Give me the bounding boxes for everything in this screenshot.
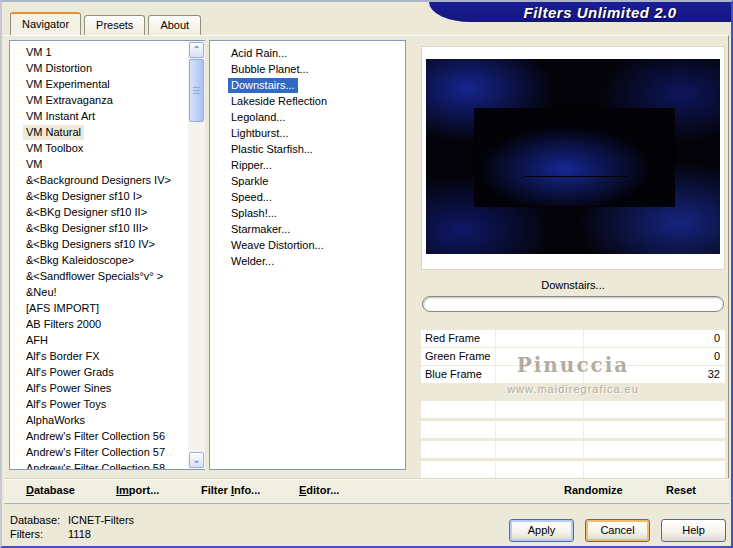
list-item-label: Alf's Border FX (23, 349, 103, 364)
list-item[interactable]: VM 1 (10, 44, 186, 60)
list-item-label: VM Extravaganza (23, 93, 116, 108)
list-item[interactable]: Alf's Power Grads (10, 364, 186, 380)
list-item-label: &Neu! (23, 285, 60, 300)
filter-listbox[interactable]: Acid Rain...Bubble Planet...Downstairs..… (209, 40, 406, 470)
list-item[interactable]: &<Bkg Kaleidoscope> (10, 252, 186, 268)
list-item[interactable]: VM (10, 156, 186, 172)
filter-info-button[interactable]: Filter Info... (201, 484, 260, 496)
list-item[interactable]: Alf's Power Sines (10, 380, 186, 396)
list-item[interactable]: Sparkle (210, 173, 403, 189)
list-item[interactable]: Welder... (210, 253, 403, 269)
list-item[interactable]: VM Distortion (10, 60, 186, 76)
list-item[interactable]: &<Sandflower Specials°v° > (10, 268, 186, 284)
list-item[interactable]: &<BKg Designer sf10 II> (10, 204, 186, 220)
parameter-label: Blue Frame (425, 366, 482, 383)
list-item-label: &<Bkg Designers sf10 IV> (23, 237, 158, 252)
tab-navigator[interactable]: Navigator (10, 12, 81, 35)
parameter-row-empty (421, 441, 725, 458)
category-listbox[interactable]: VM 1VM DistortionVM ExperimentalVM Extra… (9, 40, 205, 470)
list-item[interactable]: [AFS IMPORT] (10, 300, 186, 316)
reset-button[interactable]: Reset (666, 484, 696, 496)
list-item[interactable]: Weave Distortion... (210, 237, 403, 253)
list-item[interactable]: VM Natural (10, 124, 186, 140)
scroll-down-icon[interactable]: ⌄ (189, 452, 204, 468)
list-item[interactable]: Acid Rain... (210, 45, 403, 61)
list-item[interactable]: Andrew's Filter Collection 57 (10, 444, 186, 460)
list-item[interactable]: VM Experimental (10, 76, 186, 92)
cancel-button[interactable]: Cancel (585, 519, 650, 542)
list-item-label: Acid Rain... (228, 46, 290, 61)
randomize-button[interactable]: Randomize (564, 484, 623, 496)
list-item[interactable]: VM Instant Art (10, 108, 186, 124)
list-item[interactable]: &<Bkg Designers sf10 IV> (10, 236, 186, 252)
preview-image (426, 59, 720, 254)
parameter-value: 0 (714, 348, 720, 365)
editor-button[interactable]: Editor... (299, 484, 339, 496)
list-item-label: Lightburst... (228, 126, 291, 141)
list-item[interactable]: VM Toolbox (10, 140, 186, 156)
list-item-label: Bubble Planet... (228, 62, 312, 77)
list-item[interactable]: Plastic Starfish... (210, 141, 403, 157)
status-database-row: Database: ICNET-Filters (10, 513, 134, 527)
list-item[interactable]: Alf's Border FX (10, 348, 186, 364)
list-item[interactable]: AlphaWorks (10, 412, 186, 428)
list-item[interactable]: &Neu! (10, 284, 186, 300)
list-item[interactable]: Lightburst... (210, 125, 403, 141)
list-item[interactable]: Splash!... (210, 205, 403, 221)
list-item-label: Andrew's Filter Collection 58 (23, 461, 168, 470)
list-item-label: Welder... (228, 254, 277, 269)
parameter-row[interactable]: Red Frame 0 (421, 330, 725, 347)
list-item-label: AFH (23, 333, 51, 348)
parameter-value: 0 (714, 330, 720, 347)
parameter-row-empty (421, 461, 725, 478)
list-item-label: Sparkle (228, 174, 271, 189)
list-item-label: Alf's Power Sines (23, 381, 114, 396)
list-item-label: VM Toolbox (23, 141, 86, 156)
list-item[interactable]: Downstairs... (210, 77, 403, 93)
parameter-row[interactable]: Blue Frame 32 (421, 366, 725, 383)
list-item[interactable]: VM Extravaganza (10, 92, 186, 108)
list-item[interactable]: Andrew's Filter Collection 56 (10, 428, 186, 444)
parameter-row[interactable]: Green Frame 0 (421, 348, 725, 365)
import-button[interactable]: Import... (116, 484, 159, 496)
list-item[interactable]: Ripper... (210, 157, 403, 173)
tab-about[interactable]: About (148, 15, 201, 35)
parameter-slider[interactable] (422, 296, 724, 312)
list-item-label: &<Bkg Designer sf10 III> (23, 221, 151, 236)
status-area: Database: ICNET-Filters Filters: 1118 (10, 513, 134, 541)
list-item[interactable]: Speed... (210, 189, 403, 205)
list-item[interactable]: AB Filters 2000 (10, 316, 186, 332)
status-filters-row: Filters: 1118 (10, 527, 134, 541)
list-item[interactable]: Lakeside Reflection (210, 93, 403, 109)
parameter-label: Green Frame (425, 348, 490, 365)
help-button[interactable]: Help (661, 519, 726, 542)
list-item-label: AB Filters 2000 (23, 317, 104, 332)
list-item-label: Starmaker... (228, 222, 293, 237)
status-database-value: ICNET-Filters (68, 514, 134, 526)
list-item[interactable]: Alf's Power Toys (10, 396, 186, 412)
list-item[interactable]: &<Bkg Designer sf10 III> (10, 220, 186, 236)
list-item[interactable]: Starmaker... (210, 221, 403, 237)
list-item-label: VM Instant Art (23, 109, 98, 124)
list-item[interactable]: &<Background Designers IV> (10, 172, 186, 188)
list-item-label: Alf's Power Grads (23, 365, 117, 380)
apply-button[interactable]: Apply (509, 519, 574, 542)
list-item-label: [AFS IMPORT] (23, 301, 102, 316)
list-item-label: Plastic Starfish... (228, 142, 316, 157)
preview-inner-frame (475, 109, 674, 206)
list-item[interactable]: Andrew's Filter Collection 58 (10, 460, 186, 470)
database-button[interactable]: Database (26, 484, 75, 496)
list-item-label: &<Sandflower Specials°v° > (23, 269, 166, 284)
list-item-label: Downstairs... (228, 78, 298, 93)
list-item[interactable]: AFH (10, 332, 186, 348)
list-item-label: &<Background Designers IV> (23, 173, 174, 188)
category-scrollbar[interactable]: ⌃ ⌄ (188, 41, 205, 469)
tab-presets[interactable]: Presets (84, 15, 145, 35)
list-item[interactable]: Bubble Planet... (210, 61, 403, 77)
status-database-label: Database: (10, 513, 65, 527)
list-item[interactable]: &<Bkg Designer sf10 I> (10, 188, 186, 204)
preview-card (421, 46, 725, 270)
scrollbar-thumb[interactable] (189, 59, 204, 122)
scroll-up-icon[interactable]: ⌃ (189, 42, 204, 58)
list-item[interactable]: Legoland... (210, 109, 403, 125)
